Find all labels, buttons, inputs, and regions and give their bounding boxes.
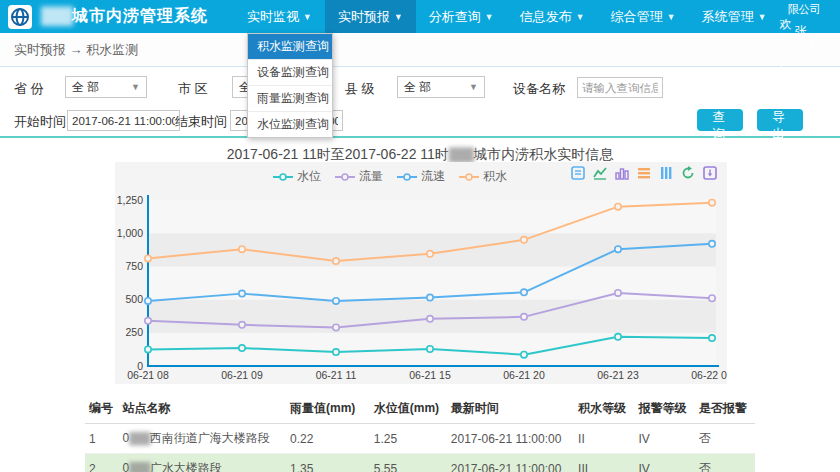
device-name-input[interactable] <box>577 77 663 98</box>
nav-item-2[interactable]: 分析查询▼ <box>416 0 507 33</box>
station-table: 编号站点名称雨量值(mm)水位值(mm)最新时间积水等级报警等级是否报警 10█… <box>85 394 755 472</box>
legend-item-流量[interactable]: 流量 <box>335 168 383 185</box>
censored-city-name: ███ <box>449 147 473 162</box>
chart-legend: 水位流量流速积水 <box>273 168 507 185</box>
cell-num: 2 <box>85 454 119 472</box>
username[interactable]: 张三国 <box>795 24 807 69</box>
nav-item-0[interactable]: 实时监视▼ <box>234 0 325 33</box>
export-button[interactable]: 导 出 <box>757 109 803 131</box>
svg-text:06-21 11: 06-21 11 <box>316 369 357 381</box>
dropdown-item-0[interactable]: 积水监测查询 <box>248 34 332 60</box>
table-header-6: 报警等级 <box>634 394 694 424</box>
end-time-label: 结束时间 <box>175 113 227 131</box>
station-table-wrap: 编号站点名称雨量值(mm)水位值(mm)最新时间积水等级报警等级是否报警 10█… <box>85 394 755 472</box>
app-title: ███城市内涝管理系统 <box>41 6 208 27</box>
svg-text:500: 500 <box>125 293 143 305</box>
city-label: 市 区 <box>178 80 208 98</box>
navbar-right: 北京国信华源科技有限公司 欢 迎 你 : 张三国 ▾ ⚙ <box>780 0 830 77</box>
user-caret-icon[interactable]: ▾ <box>810 39 815 54</box>
svg-text:06-21 08: 06-21 08 <box>127 369 169 381</box>
svg-text:06-22 09: 06-22 09 <box>691 369 727 381</box>
start-time-input[interactable] <box>67 110 180 131</box>
chevron-down-icon: ▼ <box>758 12 767 22</box>
line-chart[interactable]: 02505007501,0001,25006-21 0806-21 0906-2… <box>115 188 727 384</box>
nav-item-3[interactable]: 信息发布▼ <box>507 0 598 33</box>
cell-station-name: 0███西南街道广海大楼路段 <box>119 424 287 454</box>
chevron-down-icon: ▼ <box>485 12 494 22</box>
realtime-forecast-dropdown: 积水监测查询设备监测查询雨量监测查询水位监测查询 <box>247 33 333 138</box>
chevron-down-icon: ▼ <box>576 12 585 22</box>
censored-city-name: ███ <box>41 7 72 24</box>
stack-icon[interactable] <box>637 166 651 180</box>
filter-panel: 省 份 全 部▼ 市 区 全 部▼ 县 级 全 部▼ 设备名称 开始时间 结束时… <box>0 67 840 138</box>
cell-is-alarm: 否 <box>695 424 755 454</box>
save-image-icon[interactable] <box>703 166 717 180</box>
query-button[interactable]: 查 询 <box>697 109 743 131</box>
legend-item-水位[interactable]: 水位 <box>273 168 321 185</box>
legend-marker-icon <box>335 172 355 182</box>
cell-water: 5.55 <box>370 454 447 472</box>
censored-text: ███ <box>129 432 149 444</box>
table-header-4: 最新时间 <box>447 394 574 424</box>
table-header-7: 是否报警 <box>695 394 755 424</box>
table-row: 10███西南街道广海大楼路段0.221.252017-06-21 11:00:… <box>85 424 755 454</box>
company-name: 北京国信华源科技有限公司 <box>780 0 830 17</box>
cell-time: 2017-06-21 11:00:00 <box>447 454 574 472</box>
start-time-label: 开始时间 <box>14 113 66 131</box>
app-logo-icon <box>8 5 32 29</box>
county-select[interactable]: 全 部▼ <box>397 76 485 98</box>
dropdown-item-1[interactable]: 设备监测查询 <box>248 60 332 86</box>
dropdown-item-3[interactable]: 水位监测查询 <box>248 112 332 137</box>
cell-flood-level: III <box>574 454 634 472</box>
table-header-row: 编号站点名称雨量值(mm)水位值(mm)最新时间积水等级报警等级是否报警 <box>85 394 755 424</box>
breadcrumb: 实时预报 → 积水监测 <box>0 33 840 67</box>
chevron-down-icon: ▼ <box>303 12 312 22</box>
chevron-down-icon: ▼ <box>394 12 403 22</box>
restore-icon[interactable] <box>681 166 695 180</box>
svg-text:06-21 23: 06-21 23 <box>597 369 639 381</box>
cell-alarm-level: IV <box>634 424 694 454</box>
legend-marker-icon <box>459 172 479 182</box>
main-menu: 实时监视▼实时预报▼分析查询▼信息发布▼综合管理▼系统管理▼ <box>234 0 780 33</box>
table-header-1: 站点名称 <box>119 394 287 424</box>
legend-marker-icon <box>273 172 293 182</box>
province-label: 省 份 <box>14 80 44 98</box>
legend-marker-icon <box>397 172 417 182</box>
svg-text:06-21 20: 06-21 20 <box>503 369 545 381</box>
cell-time: 2017-06-21 11:00:00 <box>447 424 574 454</box>
table-row: 20███广水大楼路段1.355.552017-06-21 11:00:00II… <box>85 454 755 472</box>
table-header-5: 积水等级 <box>574 394 634 424</box>
line-chart-icon[interactable] <box>593 166 607 180</box>
gear-icon[interactable]: ⚙ <box>817 40 830 54</box>
cell-num: 1 <box>85 424 119 454</box>
legend-item-流速[interactable]: 流速 <box>397 168 445 185</box>
county-label: 县 级 <box>345 80 375 98</box>
province-select[interactable]: 全 部▼ <box>65 76 147 98</box>
chevron-down-icon: ▼ <box>667 12 676 22</box>
dropdown-item-2[interactable]: 雨量监测查询 <box>248 86 332 112</box>
tiled-icon[interactable] <box>659 166 673 180</box>
chevron-down-icon: ▼ <box>131 82 140 92</box>
svg-text:250: 250 <box>125 326 143 338</box>
data-view-icon[interactable] <box>571 166 585 180</box>
cell-rain: 0.22 <box>286 424 370 454</box>
welcome-text: 欢 迎 你 : 张三国 ▾ ⚙ <box>780 17 830 77</box>
nav-item-1[interactable]: 实时预报▼ <box>325 0 416 33</box>
cell-alarm-level: IV <box>634 454 694 472</box>
device-name-label: 设备名称 <box>513 80 565 98</box>
svg-text:06-21 15: 06-21 15 <box>409 369 451 381</box>
svg-text:06-21 09: 06-21 09 <box>221 369 263 381</box>
cell-water: 1.25 <box>370 424 447 454</box>
bar-chart-icon[interactable] <box>615 166 629 180</box>
cell-rain: 1.35 <box>286 454 370 472</box>
censored-text: ███ <box>129 462 149 472</box>
chart-panel: 水位流量流速积水 02505007501,0001,25006-21 0806-… <box>115 162 727 384</box>
top-navbar: ███城市内涝管理系统 实时监视▼实时预报▼分析查询▼信息发布▼综合管理▼系统管… <box>0 0 840 33</box>
chart-toolbox <box>571 166 717 180</box>
legend-item-积水[interactable]: 积水 <box>459 168 507 185</box>
nav-item-4[interactable]: 综合管理▼ <box>598 0 689 33</box>
svg-text:750: 750 <box>125 260 143 272</box>
chevron-down-icon: ▼ <box>469 82 478 92</box>
nav-item-5[interactable]: 系统管理▼ <box>689 0 780 33</box>
table-header-0: 编号 <box>85 394 119 424</box>
